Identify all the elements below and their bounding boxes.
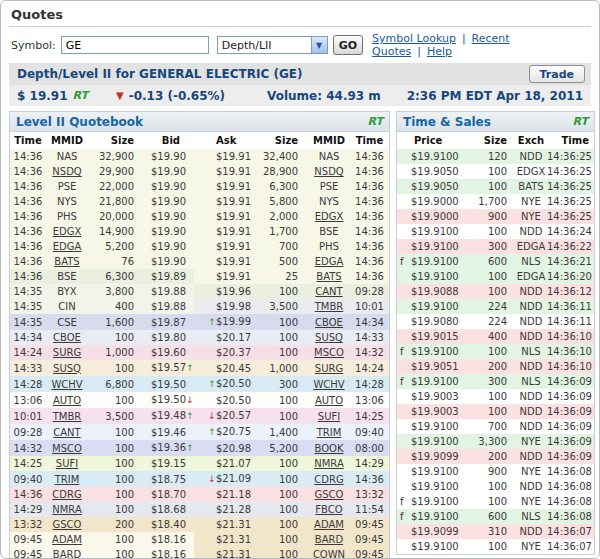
ask-price: $19.91 [216,256,251,267]
bid-mmid-cell[interactable]: NSDQ [46,164,88,179]
ask-mmid-cell[interactable]: AUTO [308,392,350,408]
bid-mmid-cell[interactable]: MSCO [46,440,88,456]
trade-time-cell: 14:36:25 [547,149,594,164]
ask-price: $19.91 [216,181,251,192]
bid-mmid-cell[interactable]: TRIM [46,471,88,487]
ask-price: $20.17 [216,332,251,343]
quotebook-row: 14:35CIN400$19.88$19.983,500TMBR10:01 [10,299,389,314]
ask-price: $19.96 [216,286,251,297]
quotebook-row: 09:45BARD100$18.16$21.31100COWN09:45 [10,547,389,559]
ask-mmid-cell[interactable]: BARD [308,532,350,547]
ask-time-cell: 13:06 [350,392,389,408]
bid-mmid-cell[interactable]: SUFI [46,456,88,471]
ask-mmid-cell[interactable]: CANT [308,284,350,299]
timesales-title: Time & Sales [403,115,491,129]
ask-time-cell: 08:00 [350,440,389,456]
trade-time-cell: 14:36:25 [547,209,594,224]
ask-price-cell: $19.98 [194,299,252,314]
bid-mmid-cell[interactable]: NMRA [46,502,88,517]
ask-mmid-cell[interactable]: FBCO [308,502,350,517]
col-bid-size: Size [88,132,144,149]
bid-mmid-cell[interactable]: SUSQ [46,360,88,376]
trade-row: $19.9051200NDD14:36:10 [397,359,594,374]
ask-mmid-cell[interactable]: BATS [308,269,350,284]
ask-mmid-cell[interactable]: TMBR [308,299,350,314]
trade-time-cell: 14:36:09 [547,404,594,419]
trade-row: $19.9015400NDD14:36:10 [397,329,594,344]
ask-size-cell: 100 [252,345,308,360]
bid-mmid-cell[interactable]: GSCO [46,517,88,532]
bid-price: $19.90 [151,226,186,237]
bid-mmid-cell[interactable]: BARD [46,547,88,559]
ask-mmid-cell[interactable]: ADAM [308,517,350,532]
bid-mmid-cell[interactable]: AUTO [46,392,88,408]
trade-exch-cell: NDD [515,149,547,164]
bid-size-cell: 22,000 [88,179,144,194]
trade-row: f$19.9100300NLS14:36:09 [397,374,594,389]
ask-size-cell: 500 [252,254,308,269]
ask-mmid-cell[interactable]: SURG [308,360,350,376]
bid-size-cell: 100 [88,360,144,376]
bid-mmid-cell[interactable]: ADAM [46,532,88,547]
up-arrow-icon: ↑ [208,425,216,440]
ask-mmid-cell[interactable]: EDGX [308,209,350,224]
bid-size-cell: 5,200 [88,239,144,254]
ask-mmid-cell[interactable]: SUFI [308,408,350,424]
down-arrow-icon: ↓ [208,472,216,487]
ask-mmid-cell[interactable]: CBOE [308,314,350,330]
col-ask-mmid: MMID [308,132,350,149]
symbol-input[interactable] [61,36,209,54]
ask-mmid-cell[interactable]: COWN [308,547,350,559]
trade-exch-cell: NDD [515,299,547,314]
ask-price-cell: $21.31 [194,547,252,559]
bid-price: $19.90 [151,181,186,192]
ask-price-cell: $21.28 [194,502,252,517]
bid-price: $19.88 [151,286,186,297]
trade-time-cell: 14:36:10 [547,344,594,359]
trade-button[interactable]: Trade [529,65,585,83]
bid-price: $19.48 [151,410,186,421]
ask-mmid-cell[interactable]: NSDQ [308,164,350,179]
chevron-down-icon[interactable]: ▼ [311,37,327,53]
help-link[interactable]: Help [427,45,452,58]
go-button[interactable]: GO [333,35,363,55]
bid-mmid-cell[interactable]: TMBR [46,408,88,424]
ask-mmid-cell[interactable]: SUSQ [308,330,350,345]
bid-mmid-cell[interactable]: BATS [46,254,88,269]
bid-time-cell: 13:32 [10,517,46,532]
ask-price: $20.50 [216,378,251,389]
bid-mmid-cell[interactable]: CBOE [46,330,88,345]
trade-price-cell: $19.9100 [397,239,477,254]
ask-mmid-cell[interactable]: WCHV [308,376,350,392]
bid-mmid-cell[interactable]: EDGA [46,239,88,254]
trade-exch-cell: NLS [515,509,547,524]
trade-exch-cell: NYE [515,494,547,509]
trade-price: $19.9100 [411,256,459,267]
view-select[interactable]: Depth/LII ▼ [217,36,328,54]
bid-mmid-cell[interactable]: CANT [46,424,88,440]
ask-size-cell: 1,700 [252,224,308,239]
bid-mmid-cell[interactable]: EDGX [46,224,88,239]
levelii-column-header-row: TimeMMIDSizeBidAskSizeMMIDTime [10,132,389,149]
trade-size-cell: 224 [477,314,515,329]
ask-mmid-cell[interactable]: GSCO [308,487,350,502]
timesales-table: PriceSizeExchTime $19.9100120NDD14:36:25… [397,132,594,554]
trade-time-cell: 14:36:22 [547,239,594,254]
bid-size-cell: 100 [88,424,144,440]
ask-mmid-cell[interactable]: EDGA [308,254,350,269]
ask-mmid-cell[interactable]: CDRG [308,471,350,487]
ask-price-cell: $19.91 [194,209,252,224]
symbol-lookup-link[interactable]: Symbol Lookup [372,32,456,45]
ask-mmid-cell[interactable]: NMRA [308,456,350,471]
ask-mmid-cell[interactable]: TRIM [308,424,350,440]
bid-mmid-cell[interactable]: WCHV [46,376,88,392]
trade-row: f$19.9100600NLS14:36:08 [397,509,594,524]
bid-mmid-cell[interactable]: CDRG [46,487,88,502]
trade-row: $19.9100100EDGA14:36:20 [397,269,594,284]
bid-price-cell: $18.16 [144,532,194,547]
bid-mmid-cell[interactable]: SURG [46,345,88,360]
bid-price-cell: $19.90 [144,224,194,239]
ask-mmid-cell[interactable]: MSCO [308,345,350,360]
ask-mmid-cell[interactable]: BOOK [308,440,350,456]
ask-time-cell: 09:45 [350,517,389,532]
